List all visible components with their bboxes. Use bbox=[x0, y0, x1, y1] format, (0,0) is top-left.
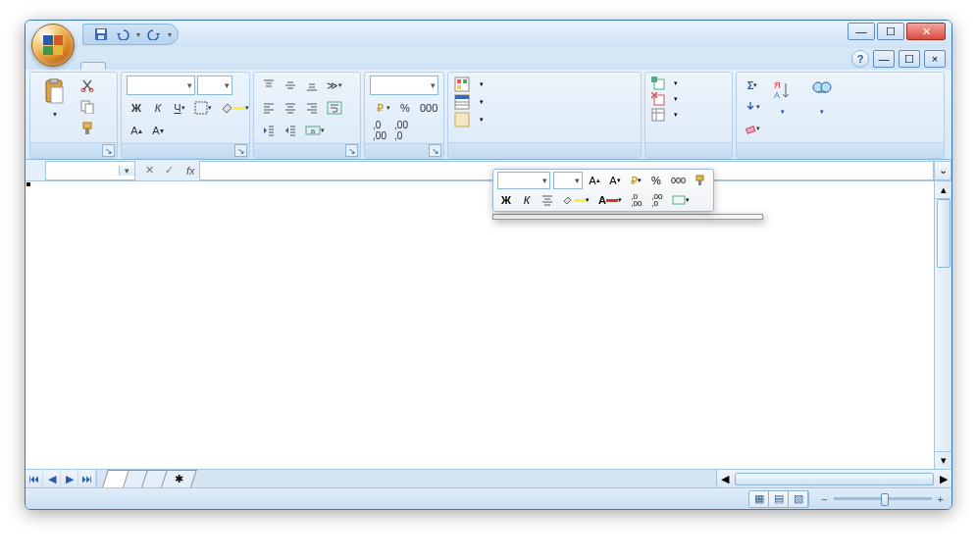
mini-dec-decimal[interactable]: ,00,0 bbox=[648, 191, 666, 209]
fx-icon[interactable]: fx bbox=[186, 165, 195, 177]
sheet-nav-last[interactable]: ⏭ bbox=[78, 470, 96, 487]
mini-font-color[interactable]: A▾ bbox=[595, 191, 625, 209]
accept-formula-button[interactable]: ✓ bbox=[159, 161, 179, 180]
tab-formulas[interactable] bbox=[157, 62, 182, 70]
font-dialog-launcher[interactable]: ↘ bbox=[234, 144, 247, 157]
clipboard-dialog-launcher[interactable]: ↘ bbox=[102, 144, 115, 157]
orientation-button[interactable]: ≫▾ bbox=[324, 76, 345, 95]
worksheet-grid[interactable]: ▴ ▾ bbox=[26, 181, 951, 469]
mini-bold[interactable]: Ж bbox=[497, 191, 515, 209]
font-name-select[interactable] bbox=[127, 76, 195, 95]
zoom-slider[interactable] bbox=[834, 497, 932, 500]
minimize-button[interactable]: — bbox=[848, 23, 875, 40]
sheet-nav-prev[interactable]: ◀ bbox=[43, 470, 61, 487]
cut-button[interactable] bbox=[77, 76, 97, 95]
mini-shrink-font[interactable]: A▾ bbox=[606, 172, 624, 189]
number-format-select[interactable] bbox=[370, 76, 438, 95]
maximize-button[interactable]: ☐ bbox=[877, 23, 904, 40]
clear-button[interactable]: ▾ bbox=[742, 119, 763, 138]
mini-currency[interactable]: ₽▾ bbox=[627, 172, 644, 189]
increase-indent-button[interactable] bbox=[281, 121, 300, 140]
conditional-formatting-button[interactable]: ▾ bbox=[454, 76, 484, 92]
sheet-nav-next[interactable]: ▶ bbox=[61, 470, 78, 487]
mini-font-name[interactable] bbox=[497, 172, 550, 189]
ribbon-restore-button[interactable]: ☐ bbox=[899, 50, 920, 68]
ribbon-minimize-button[interactable]: — bbox=[873, 50, 895, 68]
align-middle-button[interactable] bbox=[281, 76, 300, 95]
alignment-dialog-launcher[interactable]: ↘ bbox=[345, 144, 358, 157]
format-painter-button[interactable] bbox=[77, 119, 97, 138]
help-icon[interactable]: ? bbox=[851, 50, 869, 68]
font-size-select[interactable] bbox=[197, 76, 232, 95]
delete-cells-button[interactable]: ▾ bbox=[651, 92, 678, 106]
decrease-decimal-button[interactable]: ,00,0 bbox=[391, 121, 411, 140]
merge-center-button[interactable]: a▾ bbox=[302, 121, 328, 140]
formula-bar-expander[interactable]: ⌄ bbox=[934, 161, 951, 180]
tab-insert[interactable] bbox=[106, 62, 131, 70]
cancel-formula-button[interactable]: ✕ bbox=[139, 161, 159, 180]
tab-data[interactable] bbox=[182, 62, 208, 70]
qat-customize-icon[interactable]: ▾ bbox=[168, 30, 172, 39]
undo-icon[interactable] bbox=[115, 26, 130, 42]
autosum-button[interactable]: Σ▾ bbox=[742, 76, 763, 95]
page-break-view-button[interactable]: ▧ bbox=[789, 491, 808, 507]
mini-percent[interactable]: % bbox=[647, 172, 665, 189]
mini-italic[interactable]: К bbox=[518, 191, 536, 209]
sheet-nav-first[interactable]: ⏮ bbox=[26, 470, 43, 487]
sort-filter-button[interactable]: ЯА ▾ bbox=[763, 76, 802, 119]
increase-decimal-button[interactable]: ,0,00 bbox=[370, 121, 389, 140]
mini-comma[interactable]: 000 bbox=[668, 172, 689, 189]
ribbon-close-button[interactable]: × bbox=[924, 50, 946, 68]
zoom-in-button[interactable]: + bbox=[938, 493, 944, 505]
number-dialog-launcher[interactable]: ↘ bbox=[429, 144, 441, 157]
office-button[interactable] bbox=[31, 24, 75, 67]
copy-button[interactable] bbox=[77, 97, 97, 117]
tab-page-layout[interactable] bbox=[131, 62, 157, 70]
redo-icon[interactable] bbox=[146, 26, 162, 42]
mini-format-painter[interactable] bbox=[692, 172, 709, 189]
zoom-out-button[interactable]: − bbox=[821, 493, 827, 505]
mini-align-center[interactable] bbox=[539, 191, 556, 209]
align-center-button[interactable] bbox=[281, 98, 300, 118]
mini-grow-font[interactable]: A▴ bbox=[586, 172, 603, 189]
insert-cells-button[interactable]: ▾ bbox=[651, 76, 678, 90]
italic-button[interactable]: К bbox=[148, 98, 168, 118]
save-icon[interactable] bbox=[93, 26, 109, 42]
paste-button[interactable]: ▾ bbox=[35, 76, 75, 122]
border-button[interactable]: ▾ bbox=[191, 98, 215, 118]
fill-color-button[interactable]: ▾ bbox=[217, 98, 252, 118]
decrease-indent-button[interactable] bbox=[259, 121, 279, 140]
vertical-scrollbar[interactable]: ▴ ▾ bbox=[934, 181, 951, 469]
horizontal-scrollbar[interactable]: ◀▶ bbox=[716, 470, 951, 487]
bold-button[interactable]: Ж bbox=[127, 98, 146, 118]
find-select-button[interactable]: ▾ bbox=[802, 76, 842, 119]
percent-format-button[interactable]: % bbox=[395, 98, 415, 118]
underline-button[interactable]: Ч▾ bbox=[170, 98, 189, 118]
mini-merge[interactable]: ▾ bbox=[669, 191, 693, 209]
cell-styles-button[interactable]: ▾ bbox=[454, 112, 484, 127]
align-left-button[interactable] bbox=[259, 98, 279, 118]
comma-format-button[interactable]: 000 bbox=[417, 98, 440, 118]
name-box-dropdown-icon[interactable]: ▾ bbox=[119, 166, 134, 176]
tab-review[interactable] bbox=[208, 62, 233, 70]
align-bottom-button[interactable] bbox=[302, 76, 322, 95]
grow-font-button[interactable]: A▴ bbox=[127, 121, 146, 140]
page-layout-view-button[interactable]: ▤ bbox=[769, 491, 789, 507]
accounting-format-button[interactable]: ₽▾ bbox=[370, 98, 393, 118]
close-button[interactable]: ✕ bbox=[906, 23, 946, 40]
normal-view-button[interactable]: ▦ bbox=[749, 491, 769, 507]
new-sheet-tab[interactable]: ✱ bbox=[161, 470, 197, 487]
name-box[interactable]: ▾ bbox=[45, 161, 135, 180]
shrink-font-button[interactable]: A▾ bbox=[148, 121, 168, 140]
format-as-table-button[interactable]: ▾ bbox=[454, 94, 484, 110]
mini-fill-color[interactable]: ▾ bbox=[559, 191, 592, 209]
wrap-text-button[interactable] bbox=[324, 98, 345, 118]
mini-font-size[interactable] bbox=[553, 172, 583, 189]
undo-dropdown-icon[interactable]: ▾ bbox=[136, 30, 140, 39]
align-top-button[interactable] bbox=[259, 76, 279, 95]
tab-view[interactable] bbox=[233, 62, 259, 70]
tab-home[interactable] bbox=[80, 62, 106, 70]
fill-button[interactable]: ▾ bbox=[742, 97, 763, 117]
mini-inc-decimal[interactable]: ,0,00 bbox=[628, 191, 645, 209]
align-right-button[interactable] bbox=[302, 98, 322, 118]
